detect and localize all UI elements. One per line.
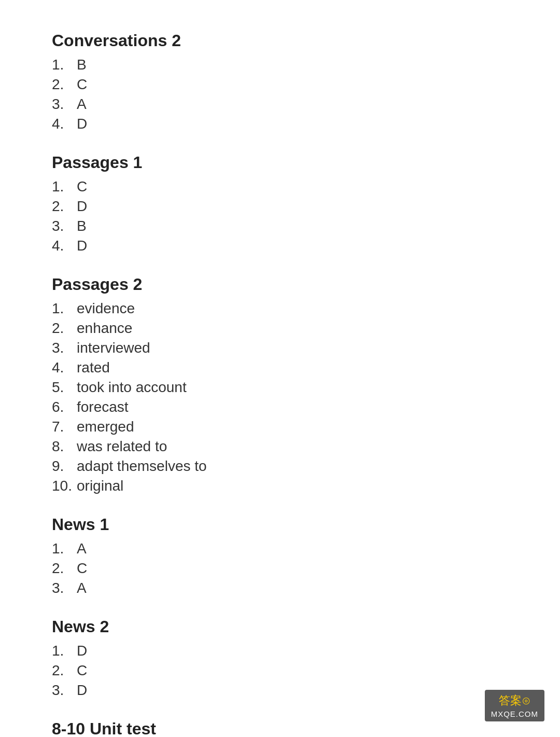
list-item: 2.C — [52, 662, 508, 679]
answer-value: B — [77, 218, 508, 234]
list-item: 5.took into account — [52, 379, 508, 396]
section-passages1: Passages 11.C2.D3.B4.D — [52, 153, 508, 254]
list-item: 2.D — [52, 198, 508, 215]
watermark-text: MXQE.COM — [491, 710, 538, 718]
answer-value: A — [77, 580, 508, 596]
answer-number: 3. — [52, 682, 77, 699]
section-passages2: Passages 21.evidence2.enhance3.interview… — [52, 275, 508, 494]
answer-value: C — [77, 560, 508, 577]
section-title-passages2: Passages 2 — [52, 275, 508, 294]
section-conversations2: Conversations 21.B2.C3.A4.D — [52, 31, 508, 132]
list-item: 1.evidence — [52, 300, 508, 317]
list-item: 6.forecast — [52, 399, 508, 415]
answer-value: C — [77, 662, 508, 679]
answer-number: 3. — [52, 580, 77, 596]
answer-list-passages1: 1.C2.D3.B4.D — [52, 178, 508, 254]
list-item: 8.was related to — [52, 438, 508, 455]
answer-list-conversations2: 1.B2.C3.A4.D — [52, 57, 508, 132]
answer-number: 7. — [52, 419, 77, 435]
answer-number: 9. — [52, 458, 77, 475]
answer-number: 6. — [52, 399, 77, 415]
list-item: 4.D — [52, 238, 508, 254]
section-news2: News 21.D2.C3.D — [52, 617, 508, 699]
answer-value: A — [77, 96, 508, 113]
list-item: 9.adapt themselves to — [52, 458, 508, 475]
answer-list-news2: 1.D2.C3.D — [52, 643, 508, 699]
list-item: 3.D — [52, 682, 508, 699]
answer-value: B — [77, 57, 508, 73]
list-item: 7.emerged — [52, 419, 508, 435]
answer-value: original — [77, 478, 508, 494]
answer-number: 1. — [52, 540, 77, 557]
list-item: 3.A — [52, 580, 508, 596]
list-item: 1.A — [52, 540, 508, 557]
list-item: 1.D — [52, 643, 508, 659]
answer-number: 2. — [52, 662, 77, 679]
section-title-passages1: Passages 1 — [52, 153, 508, 172]
answer-number: 2. — [52, 320, 77, 337]
answer-value: D — [77, 238, 508, 254]
answer-list-news1: 1.A2.C3.A — [52, 540, 508, 596]
answer-value: was related to — [77, 438, 508, 455]
answer-value: D — [77, 116, 508, 132]
answer-number: 8. — [52, 438, 77, 455]
list-item: 3.interviewed — [52, 340, 508, 356]
answer-value: D — [77, 643, 508, 659]
list-item: 1.B — [52, 57, 508, 73]
answer-value: rated — [77, 359, 508, 376]
answer-number: 10. — [52, 478, 77, 494]
list-item: 1.C — [52, 178, 508, 195]
answer-value: evidence — [77, 300, 508, 317]
answer-value: D — [77, 198, 508, 215]
watermark-icon: 答案⊙ — [499, 693, 530, 708]
answer-number: 3. — [52, 96, 77, 113]
answer-number: 4. — [52, 116, 77, 132]
answer-number: 3. — [52, 218, 77, 234]
section-news1: News 11.A2.C3.A — [52, 515, 508, 596]
answer-value: A — [77, 540, 508, 557]
section-title-news1: News 1 — [52, 515, 508, 534]
answer-value: D — [77, 682, 508, 699]
list-item: 4.D — [52, 116, 508, 132]
list-item: 3.A — [52, 96, 508, 113]
section-unittest: 8-10 Unit test — [52, 719, 508, 737]
answer-value: took into account — [77, 379, 508, 396]
section-title-unittest: 8-10 Unit test — [52, 719, 508, 737]
answer-number: 2. — [52, 198, 77, 215]
answer-value: adapt themselves to — [77, 458, 508, 475]
list-item: 3.B — [52, 218, 508, 234]
section-title-news2: News 2 — [52, 617, 508, 636]
answer-number: 1. — [52, 643, 77, 659]
answer-value: emerged — [77, 419, 508, 435]
answer-value: C — [77, 178, 508, 195]
answer-number: 1. — [52, 300, 77, 317]
answer-number: 4. — [52, 238, 77, 254]
answer-number: 2. — [52, 76, 77, 93]
answer-number: 3. — [52, 340, 77, 356]
section-title-conversations2: Conversations 2 — [52, 31, 508, 50]
answer-list-passages2: 1.evidence2.enhance3.interviewed4.rated5… — [52, 300, 508, 494]
answer-number: 4. — [52, 359, 77, 376]
answer-value: enhance — [77, 320, 508, 337]
answer-number: 1. — [52, 178, 77, 195]
watermark: 答案⊙ MXQE.COM — [485, 690, 544, 721]
answer-number: 5. — [52, 379, 77, 396]
answer-number: 2. — [52, 560, 77, 577]
answer-value: C — [77, 76, 508, 93]
list-item: 2.C — [52, 76, 508, 93]
list-item: 2.C — [52, 560, 508, 577]
answer-value: interviewed — [77, 340, 508, 356]
list-item: 2.enhance — [52, 320, 508, 337]
list-item: 4.rated — [52, 359, 508, 376]
list-item: 10.original — [52, 478, 508, 494]
answer-number: 1. — [52, 57, 77, 73]
answer-value: forecast — [77, 399, 508, 415]
